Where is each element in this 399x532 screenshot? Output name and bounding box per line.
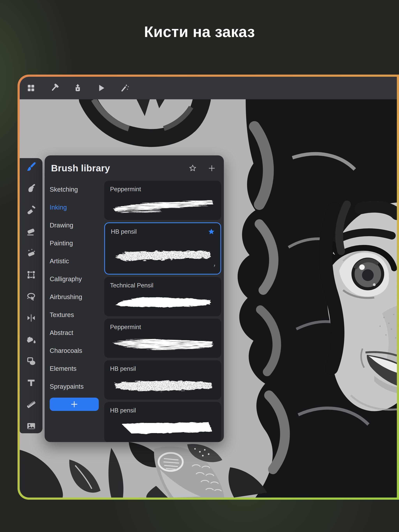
smudge-icon bbox=[26, 183, 37, 194]
sidebar-tool-selection[interactable] bbox=[25, 269, 37, 281]
sidebar-tool-magic-eraser[interactable] bbox=[25, 247, 37, 259]
category-textures[interactable]: Textures bbox=[50, 311, 101, 319]
sidebar-tool-transform[interactable] bbox=[25, 290, 37, 303]
sidebar-tool-text[interactable] bbox=[25, 377, 37, 389]
toolbar bbox=[20, 77, 397, 99]
category-calligraphy[interactable]: Calligraphy bbox=[50, 275, 101, 283]
paint-brush-icon bbox=[26, 161, 37, 172]
transform-icon bbox=[26, 291, 37, 302]
brush-category-list: SketchingInkingDrawingPaintingArtisticCa… bbox=[50, 186, 101, 411]
gallery-button[interactable] bbox=[26, 82, 36, 94]
brush-name: HB pensil bbox=[110, 365, 136, 372]
brush-name: HB pensil bbox=[110, 407, 136, 414]
page: Кисти на заказ bbox=[0, 0, 399, 532]
sidebar-tool-shapes[interactable] bbox=[25, 355, 37, 367]
sidebar-tool-paint-brush[interactable] bbox=[25, 160, 37, 173]
mirror-icon bbox=[26, 313, 37, 323]
category-abstract[interactable]: Abstract bbox=[50, 329, 101, 337]
shapes-icon bbox=[26, 356, 37, 367]
sidebar-tool-flat-brush[interactable] bbox=[25, 204, 37, 216]
brush-stroke-preview bbox=[109, 374, 216, 396]
category-charocoals[interactable]: Charocoals bbox=[50, 347, 101, 355]
brush-stroke-preview bbox=[109, 332, 216, 355]
sidebar-tool-smudge[interactable] bbox=[25, 182, 37, 195]
flat-brush-icon bbox=[26, 204, 37, 215]
magic-eraser-icon bbox=[26, 248, 37, 259]
star-outline-icon bbox=[188, 164, 197, 172]
selection-icon bbox=[26, 269, 37, 280]
category-artistic[interactable]: Artistic bbox=[50, 257, 101, 265]
brush-card-peppermint-3[interactable]: Peppermint bbox=[104, 319, 221, 358]
actions-button[interactable] bbox=[49, 82, 60, 94]
brush-stroke-preview bbox=[109, 291, 216, 313]
category-airbrushing[interactable]: Airbrushing bbox=[50, 293, 101, 301]
sidebar-tool-eraser[interactable] bbox=[25, 225, 37, 238]
brush-card-hb-pensil-4[interactable]: HB pensil bbox=[104, 360, 221, 399]
gallery-icon bbox=[26, 83, 36, 93]
brush-stroke-preview bbox=[109, 194, 216, 217]
favorite-star-button[interactable] bbox=[207, 228, 216, 236]
app-window: Brush library SketchingInkingDrawingPain… bbox=[20, 77, 397, 498]
brush-name: Technical Pensil bbox=[110, 282, 153, 289]
brush-library-header: Brush library bbox=[45, 155, 224, 173]
brush-name: HB pensil bbox=[111, 228, 137, 235]
share-button[interactable] bbox=[72, 82, 83, 94]
magic-wand-button[interactable] bbox=[119, 82, 130, 94]
add-category-button[interactable] bbox=[50, 398, 99, 411]
category-drawing[interactable]: Drawing bbox=[50, 222, 101, 229]
category-spraypaints[interactable]: Spraypaints bbox=[50, 383, 101, 390]
brush-list: PeppermintHB pensil’Technical PensilPepp… bbox=[104, 181, 221, 442]
text-icon bbox=[26, 377, 37, 388]
category-inking[interactable]: Inking bbox=[50, 203, 101, 211]
play-icon bbox=[96, 83, 106, 93]
brush-name: Peppermint bbox=[110, 324, 141, 331]
category-sketching[interactable]: Sketching bbox=[50, 186, 101, 193]
brush-stroke-preview bbox=[109, 416, 216, 439]
sidebar-tool-image[interactable] bbox=[25, 420, 37, 432]
image-icon bbox=[26, 421, 37, 431]
brush-name: Peppermint bbox=[110, 186, 141, 193]
brush-library-body: SketchingInkingDrawingPaintingArtisticCa… bbox=[45, 181, 224, 442]
category-painting[interactable]: Painting bbox=[50, 239, 101, 247]
sidebar-tool-fill[interactable] bbox=[25, 333, 37, 346]
plus-icon bbox=[70, 400, 79, 409]
play-button[interactable] bbox=[96, 82, 107, 94]
brush-card-hb-pensil-1[interactable]: HB pensil’ bbox=[104, 222, 221, 275]
ruler-icon bbox=[26, 399, 37, 410]
sidebar-tool-ruler[interactable] bbox=[25, 398, 37, 411]
brush-library-panel: Brush library SketchingInkingDrawingPain… bbox=[45, 155, 224, 442]
sidebar-tool-mirror[interactable] bbox=[25, 312, 37, 324]
brush-card-technical-pensil-2[interactable]: Technical Pensil bbox=[104, 277, 221, 316]
brush-library-title: Brush library bbox=[51, 163, 110, 173]
category-elements[interactable]: Elements bbox=[50, 365, 101, 373]
plus-icon bbox=[207, 164, 216, 172]
magic-wand-icon bbox=[119, 83, 129, 93]
share-icon bbox=[73, 83, 83, 93]
eraser-icon bbox=[26, 226, 37, 237]
brush-library-plus-button[interactable] bbox=[207, 164, 216, 172]
actions-icon bbox=[49, 83, 59, 93]
fill-icon bbox=[26, 334, 37, 345]
star-filled-icon bbox=[207, 228, 216, 236]
brush-card-peppermint-0[interactable]: Peppermint bbox=[104, 181, 221, 220]
app-window-frame: Brush library SketchingInkingDrawingPain… bbox=[18, 75, 399, 500]
brush-card-hb-pensil-5[interactable]: HB pensil bbox=[104, 402, 221, 442]
tool-sidebar bbox=[20, 158, 42, 433]
brush-stroke-preview bbox=[110, 242, 215, 268]
brush-library-header-buttons bbox=[188, 164, 216, 172]
brush-modified-mark: ’ bbox=[212, 262, 216, 273]
page-title: Кисти на заказ bbox=[0, 23, 399, 41]
brush-library-star-outline-button[interactable] bbox=[188, 164, 197, 172]
